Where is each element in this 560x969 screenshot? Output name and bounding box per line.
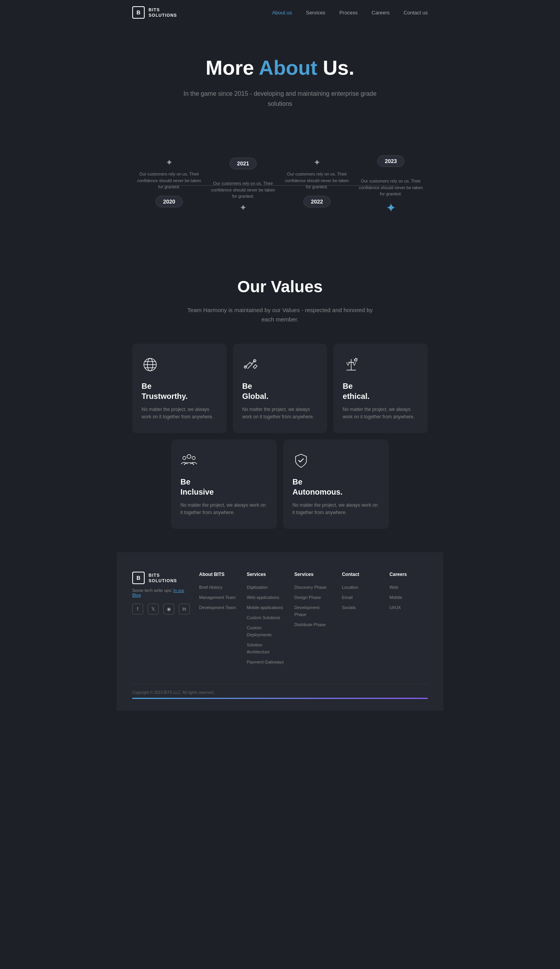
footer-col-services1: Services Digitization Web applications M… [247,572,285,668]
value-desc-global: No matter the project, we always work on… [242,406,318,421]
footer-heading-careers: Careers [390,572,428,577]
footer-link-solution-architecture[interactable]: Solution Architecture [247,642,270,654]
logo-text: BITS SOLUTIONS [149,7,177,18]
logo-icon: B [132,6,145,19]
value-desc-inclusive: No matter the project, we always work on… [180,502,268,516]
footer-link-brief-history[interactable]: Brief History [199,585,222,590]
footer-link-development-team[interactable]: Development Team [199,605,236,610]
value-card-trustworthy: BeTrustworthy. No matter the project, we… [132,344,227,433]
footer-link-distribute-phase[interactable]: Distribute Phase [294,622,326,627]
footer-link-design-phase[interactable]: Design Phase [294,595,321,600]
footer-col-contact: Contact Location Email Socials [342,572,380,668]
timeline-section: ✦ Our customers rely on us. Their confid… [117,132,443,254]
value-title-inclusive: BeInclusive [180,477,268,497]
value-desc-autonomous: No matter the project, we always work on… [292,502,380,516]
footer-link-uiux[interactable]: UI/UX [390,605,401,610]
timeline-text-2023: Our customers rely on us. Their confiden… [358,178,424,197]
values-section: Our Values Team Harmony is maintained by… [117,254,443,553]
globe-icon [142,356,159,373]
footer-col-about: About BITS Brief History Management Team… [199,572,237,668]
social-linkedin[interactable]: in [179,604,190,614]
svg-point-16 [192,456,195,460]
copyright-text: Copyright © 2023 BITS LLC. All rights re… [132,690,215,695]
svg-point-14 [187,455,191,458]
social-twitter[interactable]: 𝕏 [148,604,159,614]
shield-handshake-icon [292,452,310,469]
timeline-text-2022: Our customers rely on us. Their confiden… [284,171,350,190]
logo[interactable]: B BITS SOLUTIONS [132,6,177,19]
values-grid-top: BeTrustworthy. No matter the project, we… [132,344,428,433]
svg-line-13 [357,358,358,359]
sparkle-2021: ✦ [240,203,247,213]
footer-link-management-team[interactable]: Management Team [199,595,236,600]
value-title-trustworthy: BeTrustworthy. [142,381,217,401]
year-2022: 2022 [303,196,330,207]
nav-process[interactable]: Process [340,10,358,16]
year-2021: 2021 [229,158,256,169]
footer-col-services2: Services Discovery Phase Design Phase De… [294,572,332,668]
footer-link-socials[interactable]: Socials [342,605,355,610]
value-card-ethical: Beethical. No matter the project, we alw… [333,344,428,433]
sparkle-2022: ✦ [313,158,320,168]
social-facebook[interactable]: f [132,604,143,614]
footer-col-careers: Careers Web Mobile UI/UX [390,572,428,668]
nav-about[interactable]: About us [272,10,292,16]
value-desc-ethical: No matter the project, we always work on… [343,406,418,421]
sparkle-2020: ✦ [166,158,173,168]
footer-logo-icon: B [132,572,145,584]
footer-heading-services1: Services [247,572,285,577]
year-2020: 2020 [156,196,182,207]
footer-accent-bar [132,698,428,699]
nav-careers[interactable]: Careers [372,10,390,16]
footer-tagline: Some tech write ups: In our Blog [132,588,190,597]
value-card-autonomous: BeAutonomous. No matter the project, we … [283,439,389,529]
footer-link-payment-gateways[interactable]: Payment Gateways [247,660,284,664]
value-title-autonomous: BeAutonomous. [292,477,380,497]
footer-logo-text: BITS SOLUTIONS [149,572,177,584]
footer-link-web[interactable]: Web [390,585,398,590]
timeline-text-2021: Our customers rely on us. Their confiden… [210,180,276,200]
scales-icon [343,356,360,373]
footer-link-web-apps[interactable]: Web applications [247,595,279,600]
value-desc-trustworthy: No matter the project, we always work on… [142,406,217,421]
footer-heading-services2: Services [294,572,332,577]
timeline-text-2020: Our customers rely on us. Their confiden… [136,171,202,190]
footer-link-mobile[interactable]: Mobile [390,595,402,600]
nav-links: About us Services Process Careers Contac… [272,9,428,16]
footer-link-development-phase[interactable]: Development Phase [294,605,320,617]
year-2023: 2023 [377,155,404,167]
svg-point-15 [183,456,186,460]
footer-socials: f 𝕏 ◉ in [132,604,190,614]
footer-brand: B BITS SOLUTIONS Some tech write ups: In… [132,572,190,668]
nav-contact[interactable]: Contact us [404,10,428,16]
footer-link-custom-deployments[interactable]: Custom Deployments [247,625,271,637]
footer-heading-about: About BITS [199,572,237,577]
footer-link-discovery-phase[interactable]: Discovery Phase [294,585,327,590]
values-grid-bottom: BeInclusive No matter the project, we al… [171,439,389,529]
hero-title: More About Us. [132,56,428,79]
social-instagram[interactable]: ◉ [163,604,174,614]
handshake-icon [242,356,259,373]
values-subtitle: Team Harmony is maintained by our Values… [183,305,377,324]
inclusive-icon [180,452,198,469]
hero-section: More About Us. In the game since 2015 - … [117,25,443,132]
footer-link-digitization[interactable]: Digitization [247,585,268,590]
footer-link-location[interactable]: Location [342,585,358,590]
sparkle-2023-blue: ✦ [386,200,396,215]
values-title: Our Values [132,277,428,296]
value-title-global: BeGlobal. [242,381,318,401]
footer: B BITS SOLUTIONS Some tech write ups: In… [117,552,443,711]
footer-link-custom-solutions[interactable]: Custom Solutions [247,615,280,620]
footer-top: B BITS SOLUTIONS Some tech write ups: In… [132,572,428,668]
value-title-ethical: Beethical. [343,381,418,401]
footer-heading-contact: Contact [342,572,380,577]
hero-subtitle: In the game since 2015 - developing and … [171,89,389,109]
footer-bottom: Copyright © 2023 BITS LLC. All rights re… [132,684,428,695]
nav-services[interactable]: Services [306,10,326,16]
footer-link-mobile-apps[interactable]: Mobile applications [247,605,283,610]
footer-link-email[interactable]: Email [342,595,353,600]
navbar: B BITS SOLUTIONS About us Services Proce… [117,0,443,25]
svg-point-10 [355,359,357,361]
value-card-inclusive: BeInclusive No matter the project, we al… [171,439,277,529]
value-card-global: BeGlobal. No matter the project, we alwa… [233,344,327,433]
